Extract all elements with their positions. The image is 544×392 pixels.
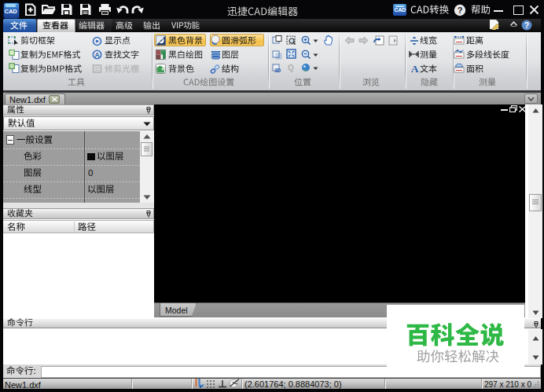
svg-text:3D: 3D xyxy=(274,68,281,73)
svg-text:A: A xyxy=(94,51,99,59)
svg-text:?: ? xyxy=(458,5,463,15)
svg-text:?: ? xyxy=(524,21,529,30)
svg-text:A: A xyxy=(411,63,419,73)
svg-text:Q: Q xyxy=(288,64,294,72)
